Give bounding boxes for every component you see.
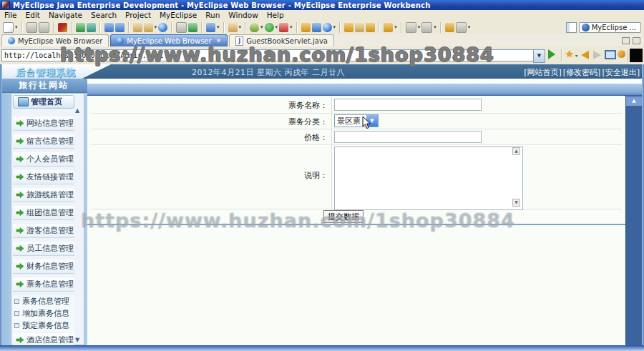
link-site-home[interactable]: [网站首页] — [524, 67, 562, 78]
sidebar-scroll-down-icon[interactable]: ▼ — [75, 337, 79, 343]
sidebar-subitem-ticket-manage[interactable]: 票务信息管理 — [13, 295, 74, 307]
menu-run[interactable]: Run — [201, 11, 224, 19]
forward-dropdown-icon[interactable]: ▾ — [468, 23, 471, 32]
menu-project[interactable]: Project — [121, 11, 155, 19]
sidebar-item-tourist-info[interactable]: 游客信息管理 — [13, 224, 74, 238]
jsp-debug-icon[interactable] — [76, 23, 85, 32]
forward-history-icon[interactable] — [456, 22, 467, 33]
minimize-icon[interactable] — [622, 37, 630, 44]
menu-myeclipse[interactable]: MyEclipse — [155, 11, 201, 19]
new-dropdown-icon[interactable]: ▾ — [155, 23, 157, 32]
profile-icon[interactable] — [279, 23, 288, 32]
sidebar-subitem-book-ticket[interactable]: 预定票务信息 — [13, 320, 74, 332]
soap-dropdown-icon[interactable]: ▾ — [239, 23, 242, 32]
textarea-scroll-up-icon[interactable]: ▲ — [512, 147, 520, 155]
server-dropdown-icon[interactable]: ▾ — [217, 23, 220, 32]
page-scrollbar[interactable]: ▲ — [625, 95, 642, 345]
description-textarea[interactable] — [334, 147, 523, 210]
refresh-icon[interactable] — [618, 50, 625, 58]
sidebar-item-admin-home[interactable]: 管理首页 — [13, 95, 74, 109]
price-input[interactable] — [334, 131, 482, 143]
soap-icon[interactable] — [228, 23, 238, 32]
sidebar-item-friend-links[interactable]: 友情链接管理 — [13, 170, 74, 184]
sidebar-item-finance-info[interactable]: 财务信息管理 — [13, 259, 74, 274]
sidebar-item-member-info[interactable]: 个人会员管理 — [13, 152, 74, 167]
tab-guestbookservlet[interactable]: J GuestBookServlet.java — [229, 34, 334, 46]
tab-web-browser-2-active[interactable]: MyEclipse Web Browser ✕ — [110, 34, 228, 46]
folder-icon[interactable] — [384, 23, 393, 32]
menu-navigate[interactable]: Navigate — [44, 11, 87, 19]
ticket-name-input[interactable] — [334, 99, 482, 111]
new-wizard-dropdown-icon[interactable]: ▾ — [15, 23, 18, 32]
prev-annotation-icon[interactable] — [421, 22, 432, 33]
task-icon[interactable] — [366, 23, 375, 32]
link-logout[interactable]: [安全退出] — [602, 67, 640, 78]
new-class-icon[interactable] — [133, 23, 142, 32]
green-arrow-icon — [16, 209, 24, 216]
submit-button[interactable]: 提交数据 — [323, 210, 364, 223]
go-icon[interactable] — [548, 49, 555, 59]
folder-dropdown-icon[interactable]: ▾ — [394, 23, 397, 32]
prev-annotation-dropdown-icon[interactable]: ▾ — [434, 23, 436, 32]
tab-web-browser-1[interactable]: MyEclipse Web Browser — [1, 34, 109, 46]
page-scroll-up-icon[interactable]: ▲ — [626, 97, 642, 106]
debug-dropdown-icon[interactable]: ▾ — [260, 23, 263, 32]
sidebar-item-travel-routes[interactable]: 旅游线路管理 — [13, 188, 74, 202]
run-icon[interactable] — [265, 23, 274, 32]
maximize-icon[interactable] — [633, 37, 640, 44]
deploy-icon[interactable] — [58, 23, 67, 32]
sidebar-item-message-info[interactable]: 留言信息管理 — [13, 134, 74, 149]
tab-close-icon[interactable]: ✕ — [216, 37, 222, 44]
run-dropdown-icon[interactable]: ▾ — [275, 23, 278, 32]
perspective-button[interactable]: MyEclipse ... — [579, 22, 641, 33]
open-type-icon[interactable] — [344, 23, 353, 32]
url-input[interactable] — [1, 49, 535, 61]
validate-icon[interactable] — [87, 23, 96, 32]
sidebar-item-staff-info[interactable]: 员工信息管理 — [13, 242, 74, 256]
url-dropdown-icon[interactable]: ▼ — [533, 49, 545, 63]
menu-window[interactable]: Window — [224, 11, 262, 19]
link-change-password[interactable]: [修改密码] — [563, 67, 601, 78]
next-annotation-icon[interactable] — [406, 22, 416, 33]
web-service-icon[interactable] — [115, 23, 125, 32]
monitor-icon[interactable] — [605, 50, 616, 59]
sidebar-scroll-up-icon[interactable]: ▲ — [75, 107, 79, 114]
coverage-icon[interactable] — [301, 23, 311, 32]
menu-search[interactable]: Search — [87, 11, 121, 19]
sidebar-subitem-add-ticket[interactable]: 增加票务信息 — [13, 307, 74, 320]
mouse-cursor — [362, 116, 371, 129]
next-annotation-dropdown-icon[interactable]: ▾ — [418, 23, 421, 32]
new-package-icon[interactable] — [144, 23, 153, 32]
run-server-icon[interactable] — [323, 23, 332, 32]
server-icon[interactable] — [206, 23, 215, 32]
bullet-icon — [14, 299, 19, 304]
sidebar-item-website-info[interactable]: 网站信息管理 — [13, 117, 74, 131]
db-explorer-icon[interactable] — [188, 23, 197, 32]
save-icon[interactable] — [26, 22, 37, 33]
web-project-icon[interactable] — [104, 23, 114, 32]
debug-icon[interactable] — [250, 23, 259, 32]
toolbar-separator — [561, 49, 562, 61]
green-arrow-icon — [16, 281, 24, 287]
print-icon[interactable] — [39, 22, 49, 33]
search-toolbar-icon[interactable] — [355, 23, 364, 32]
menu-file[interactable]: File — [0, 11, 21, 19]
forward-icon[interactable] — [593, 51, 601, 59]
back-icon[interactable] — [581, 51, 589, 59]
open-perspective-icon[interactable] — [566, 22, 577, 33]
favorites-icon[interactable]: ★ — [565, 49, 574, 59]
new-wizard-icon[interactable] — [3, 22, 14, 33]
open-resource-icon[interactable] — [176, 22, 187, 33]
menu-edit[interactable]: Edit — [21, 11, 44, 19]
web-browser-icon[interactable] — [158, 23, 167, 32]
ticket-category-select[interactable]: 景区票 ▼ — [334, 114, 379, 127]
favorites-dropdown-icon[interactable]: ▾ — [575, 53, 577, 58]
menu-help[interactable]: Help — [263, 11, 288, 19]
sidebar-item-group-info[interactable]: 组团信息管理 — [13, 206, 74, 220]
external-tools-icon[interactable] — [312, 23, 321, 32]
textarea-scroll-down-icon[interactable]: ▼ — [512, 199, 520, 207]
sidebar-item-ticket-info[interactable]: 票务信息管理 — [13, 277, 74, 292]
back-history-icon[interactable] — [445, 23, 454, 32]
tools-dropdown-icon[interactable]: ▾ — [333, 23, 336, 32]
profile-dropdown-icon[interactable]: ▾ — [290, 23, 293, 32]
